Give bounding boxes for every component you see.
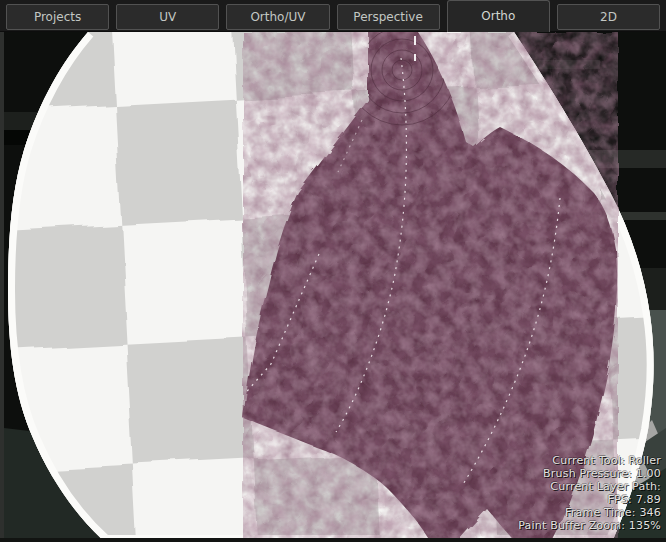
scene-3d [4,32,666,538]
tab-perspective[interactable]: Perspective [337,4,440,30]
tab-ortho[interactable]: Ortho [447,0,550,32]
tab-2d[interactable]: 2D [557,4,660,30]
paint-canvas-viewport[interactable]: Current Tool: Roller Brush Pressure: 1.0… [4,32,666,538]
tab-uv[interactable]: UV [116,4,219,30]
tab-projects[interactable]: Projects [6,4,109,30]
tab-ortho-uv[interactable]: Ortho/UV [226,4,329,30]
viewport-tab-bar: Projects UV Ortho/UV Perspective Ortho 2… [0,0,666,32]
viewport-bottom-border [0,538,666,542]
